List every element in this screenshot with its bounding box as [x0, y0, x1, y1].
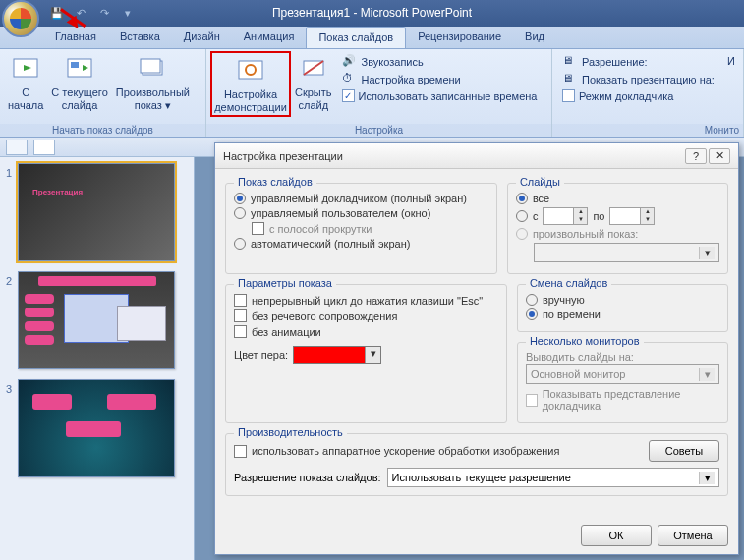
- opt-manual[interactable]: вручную: [526, 294, 719, 306]
- hide-slide-icon: [298, 53, 329, 84]
- tab-animation[interactable]: Анимация: [232, 27, 307, 48]
- monitor-icon: 🖥: [562, 54, 578, 70]
- checkbox-icon: [526, 394, 538, 407]
- title-bar: 💾 ↶ ↷ ▾ Презентация1 - Microsoft PowerPo…: [0, 0, 744, 27]
- svg-rect-3: [71, 62, 79, 68]
- ribbon-group-setup: Настройка демонстрации Скрыть слайд 🔊Зву…: [206, 49, 552, 137]
- from-current-button[interactable]: С текущего слайда: [47, 51, 111, 113]
- monitor-icon: 🖥: [562, 72, 578, 87]
- thumbnail-row[interactable]: 2: [0, 269, 194, 377]
- close-button[interactable]: ✕: [709, 148, 730, 164]
- svg-rect-6: [141, 59, 160, 73]
- dialog-titlebar: Настройка презентации ? ✕: [215, 143, 738, 169]
- ok-button[interactable]: ОК: [581, 525, 652, 546]
- checkbox-icon: [562, 89, 575, 102]
- show-options-group: Параметры показа непрерывный цикл до наж…: [225, 284, 507, 423]
- setup-icon: [235, 55, 266, 86]
- to-spinner[interactable]: ▲▼: [609, 207, 655, 225]
- advance-slides-group: Смена слайдов вручную по времени: [517, 284, 728, 332]
- setup-show-dialog: Настройка презентации ? ✕ Показ слайдов …: [214, 142, 739, 555]
- opt-no-narration[interactable]: без речевого сопровождения: [234, 309, 498, 322]
- show-type-group: Показ слайдов управляемый докладчиком (п…: [225, 183, 497, 274]
- tab-review[interactable]: Рецензирование: [406, 27, 513, 48]
- radio-icon: [516, 228, 528, 240]
- hide-slide-button[interactable]: Скрыть слайд: [291, 51, 336, 113]
- use-timings-checkbox[interactable]: ✓Использовать записанные времена: [342, 89, 538, 102]
- tips-button[interactable]: Советы: [649, 440, 719, 462]
- ribbon-tabs: Главная Вставка Дизайн Анимация Показ сл…: [0, 27, 744, 49]
- pen-color-row: Цвет пера: ▾: [234, 346, 498, 364]
- slide-thumbnails-panel: 1 Презентация 2 3: [0, 157, 195, 560]
- radio-icon: [526, 308, 538, 320]
- clock-icon: ⏱: [342, 72, 358, 87]
- monitor-combo: Основной монитор▾: [526, 364, 719, 384]
- setup-options-list: 🔊Звукозапись ⏱Настройка времени ✓Использ…: [336, 51, 544, 105]
- tab-insert[interactable]: Вставка: [108, 27, 172, 48]
- from-spinner[interactable]: ▲▼: [543, 207, 588, 225]
- checkbox-icon: [234, 445, 247, 458]
- custom-show-combo: ▾: [534, 243, 719, 262]
- resolution-label: Разрешение показа слайдов:: [234, 472, 381, 483]
- opt-hw-accel[interactable]: использовать аппаратное ускорение обрабо…: [234, 445, 643, 458]
- slides-view-button[interactable]: [33, 140, 55, 155]
- checkbox-icon: [234, 309, 247, 322]
- slide-thumbnail-1[interactable]: Презентация: [18, 163, 175, 261]
- pen-color-picker[interactable]: ▾: [293, 346, 381, 364]
- ribbon: С начала С текущего слайда Произвольный …: [0, 49, 744, 138]
- tab-view[interactable]: Вид: [513, 27, 556, 48]
- opt-browsed-user[interactable]: управляемый пользователем (окно): [234, 207, 488, 219]
- rehearse-timings-button[interactable]: ⏱Настройка времени: [342, 72, 538, 87]
- setup-slideshow-button[interactable]: Настройка демонстрации: [210, 51, 291, 117]
- window-title: Презентация1 - Microsoft PowerPoint: [272, 6, 472, 20]
- opt-presenter[interactable]: управляемый докладчиком (полный экран): [234, 193, 488, 204]
- thumbnail-row[interactable]: 1 Презентация: [0, 161, 194, 269]
- quick-access-toolbar: 💾 ↶ ↷ ▾: [47, 4, 138, 24]
- resolution-combo[interactable]: Использовать текущее разрешение▾: [387, 468, 719, 487]
- play-icon: [10, 53, 41, 84]
- ribbon-group-label: Монито: [552, 124, 743, 137]
- opt-presenter-view: Показывать представление докладчика: [526, 388, 719, 412]
- radio-icon: [516, 193, 528, 204]
- dialog-title: Настройка презентации: [223, 150, 343, 162]
- tab-design[interactable]: Дизайн: [172, 27, 232, 48]
- show-on-row[interactable]: 🖥Показать презентацию на:: [562, 72, 715, 87]
- custom-show-button[interactable]: Произвольный показ ▾: [112, 51, 194, 113]
- from-beginning-button[interactable]: С начала: [4, 51, 47, 113]
- slide-thumbnail-3[interactable]: [18, 379, 175, 477]
- ribbon-group-label: Начать показ слайдов: [0, 124, 205, 137]
- redo-icon[interactable]: ↷: [94, 4, 114, 24]
- opt-kiosk[interactable]: автоматический (полный экран): [234, 238, 488, 250]
- slides-group: Слайды все с ▲▼ по ▲▼ произвольный показ…: [507, 183, 728, 274]
- monitor-options-list: 🖥Разрешение: 🖥Показать презентацию на: Р…: [556, 51, 720, 105]
- cancel-button[interactable]: Отмена: [658, 525, 728, 546]
- tab-slideshow[interactable]: Показ слайдов: [306, 27, 406, 48]
- slide-thumbnail-2[interactable]: [18, 271, 175, 369]
- opt-all-slides[interactable]: все: [516, 193, 719, 204]
- ribbon-group-label: Настройка: [206, 124, 551, 137]
- custom-show-icon: [137, 53, 168, 84]
- performance-group: Производительность использовать аппаратн…: [225, 433, 728, 496]
- ribbon-cut-text: И: [723, 51, 739, 71]
- outline-view-button[interactable]: [6, 140, 28, 155]
- help-button[interactable]: ?: [685, 148, 707, 164]
- radio-icon: [234, 207, 246, 219]
- checkbox-icon: ✓: [342, 89, 355, 102]
- opt-timings[interactable]: по времени: [526, 308, 719, 320]
- radio-icon: [234, 193, 246, 204]
- qat-more-icon[interactable]: ▾: [118, 4, 138, 24]
- checkbox-icon: [234, 294, 247, 307]
- presenter-view-checkbox[interactable]: Режим докладчика: [562, 89, 715, 102]
- audio-icon: 🔊: [342, 54, 358, 70]
- opt-from-to[interactable]: с ▲▼ по ▲▼: [516, 207, 719, 225]
- record-narration-button[interactable]: 🔊Звукозапись: [342, 54, 538, 70]
- opt-no-animation[interactable]: без анимации: [234, 325, 498, 338]
- resolution-row[interactable]: 🖥Разрешение:: [562, 54, 715, 70]
- multiple-monitors-group: Несколько мониторов Выводить слайды на: …: [517, 342, 728, 423]
- opt-loop[interactable]: непрерывный цикл до нажатия клавиши "Esc…: [234, 294, 498, 307]
- thumbnail-row[interactable]: 3: [0, 377, 194, 485]
- radio-icon: [526, 294, 538, 306]
- office-button[interactable]: [2, 0, 39, 37]
- ribbon-group-monitors: 🖥Разрешение: 🖥Показать презентацию на: Р…: [552, 49, 744, 137]
- radio-icon: [516, 210, 528, 222]
- ribbon-group-start: С начала С текущего слайда Произвольный …: [0, 49, 206, 137]
